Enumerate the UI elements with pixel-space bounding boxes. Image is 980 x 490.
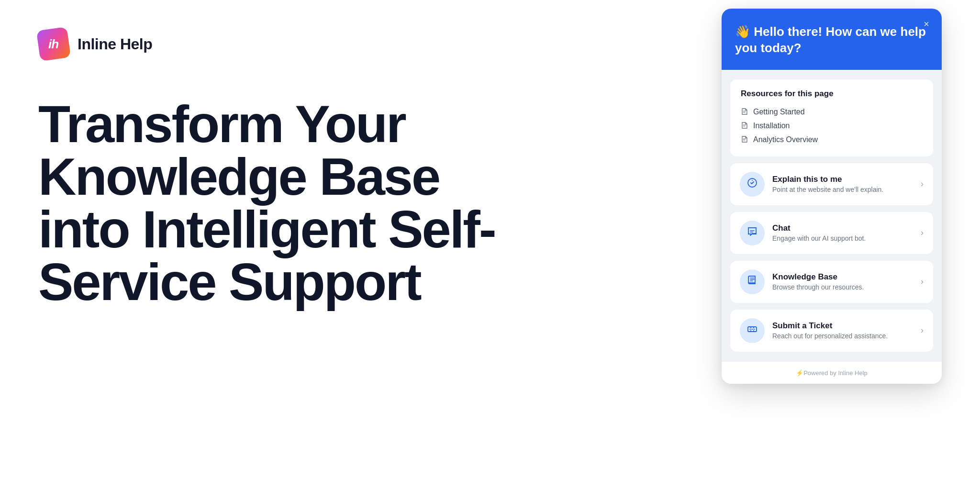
explain-title: Explain this to me <box>772 175 913 184</box>
widget-greeting: 👋 Hello there! How can we help you today… <box>735 24 928 56</box>
resource-label-2: Installation <box>753 122 790 130</box>
resource-label: Getting Started <box>753 108 805 116</box>
chat-icon <box>746 226 758 240</box>
ticket-icon <box>746 323 758 338</box>
logo-icon: ih <box>36 27 71 61</box>
document-icon-2 <box>741 122 748 131</box>
chat-chevron-icon: › <box>921 228 924 238</box>
ticket-subtitle: Reach out for personalized assistance. <box>772 332 913 340</box>
resource-item-getting-started[interactable]: Getting Started <box>741 105 923 119</box>
ticket-icon-wrap <box>740 318 765 343</box>
resource-item-analytics[interactable]: Analytics Overview <box>741 133 923 147</box>
cursor-icon <box>746 177 758 191</box>
resources-title: Resources for this page <box>741 89 923 99</box>
chat-action-card[interactable]: Chat Engage with our AI support bot. › <box>730 212 933 254</box>
resources-card: Resources for this page Getting Started <box>730 79 933 156</box>
book-icon <box>746 275 758 289</box>
svg-point-1 <box>752 180 753 181</box>
chat-title: Chat <box>772 223 913 233</box>
kb-content: Knowledge Base Browse through our resour… <box>772 272 913 291</box>
widget-header: × 👋 Hello there! How can we help you tod… <box>722 9 942 70</box>
logo-symbol: ih <box>48 37 58 52</box>
chat-icon-wrap <box>740 221 765 245</box>
hero-headline: Transform Your Knowledge Base into Intel… <box>38 98 517 308</box>
kb-icon-wrap <box>740 269 765 294</box>
resource-item-installation[interactable]: Installation <box>741 119 923 133</box>
resource-label-3: Analytics Overview <box>753 135 818 144</box>
explain-chevron-icon: › <box>921 179 924 189</box>
widget-body: Resources for this page Getting Started <box>722 70 942 361</box>
widget-footer: ⚡Powered by Inline Help <box>722 361 942 384</box>
document-icon <box>741 108 748 117</box>
chat-subtitle: Engage with our AI support bot. <box>772 234 913 242</box>
ticket-chevron-icon: › <box>921 325 924 335</box>
ticket-title: Submit a Ticket <box>772 321 913 331</box>
help-widget: × 👋 Hello there! How can we help you tod… <box>722 9 942 384</box>
explain-action-card[interactable]: Explain this to me Point at the website … <box>730 163 933 205</box>
kb-action-card[interactable]: Knowledge Base Browse through our resour… <box>730 261 933 303</box>
powered-by-label: ⚡Powered by Inline Help <box>796 369 868 377</box>
close-button[interactable]: × <box>920 17 933 31</box>
kb-title: Knowledge Base <box>772 272 913 282</box>
explain-icon-wrap <box>740 172 765 197</box>
ticket-content: Submit a Ticket Reach out for personaliz… <box>772 321 913 340</box>
explain-subtitle: Point at the website and we'll explain. <box>772 186 913 193</box>
ticket-action-card[interactable]: Submit a Ticket Reach out for personaliz… <box>730 310 933 352</box>
document-icon-3 <box>741 135 748 145</box>
logo-text: Inline Help <box>78 35 152 53</box>
chat-content: Chat Engage with our AI support bot. <box>772 223 913 242</box>
kb-subtitle: Browse through our resources. <box>772 283 913 291</box>
explain-content: Explain this to me Point at the website … <box>772 175 913 193</box>
kb-chevron-icon: › <box>921 277 924 287</box>
